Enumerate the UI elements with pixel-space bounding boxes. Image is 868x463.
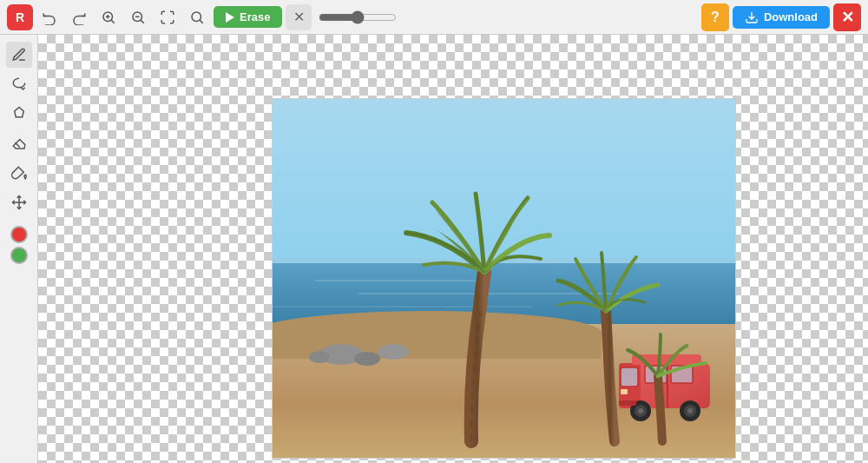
- logo-label: R: [16, 10, 24, 24]
- undo-button[interactable]: [36, 4, 62, 30]
- redo-button[interactable]: [66, 4, 92, 30]
- download-button[interactable]: Download: [733, 6, 830, 29]
- cancel-button[interactable]: ✕: [286, 4, 312, 30]
- svg-marker-10: [14, 108, 23, 117]
- svg-point-7: [192, 12, 201, 22]
- zoom-fit-button[interactable]: [155, 4, 181, 30]
- close-icon: ✕: [841, 8, 854, 27]
- svg-point-23: [354, 352, 380, 366]
- erase-button[interactable]: Erase: [214, 6, 282, 28]
- svg-point-24: [309, 351, 330, 363]
- brush-size-slider[interactable]: [319, 10, 397, 24]
- lasso-tool-button[interactable]: [6, 71, 32, 97]
- toolbar-left: [0, 35, 38, 463]
- play-icon: [226, 12, 234, 23]
- svg-line-8: [200, 20, 202, 23]
- svg-line-3: [111, 20, 114, 23]
- svg-rect-40: [621, 389, 628, 394]
- help-icon: ?: [711, 10, 720, 25]
- svg-line-6: [141, 20, 143, 23]
- toolbar-top: R: [0, 0, 868, 35]
- logo-button[interactable]: R: [7, 4, 33, 30]
- brush-size-slider-container: [319, 10, 397, 24]
- color-red-button[interactable]: [10, 226, 28, 243]
- svg-point-25: [378, 344, 409, 360]
- zoom-in-button[interactable]: [95, 4, 122, 30]
- svg-rect-39: [619, 400, 636, 406]
- close-button[interactable]: ✕: [833, 3, 861, 31]
- svg-point-38: [687, 408, 693, 413]
- move-tool-button[interactable]: [6, 189, 32, 215]
- help-button[interactable]: ?: [701, 3, 729, 31]
- color-green-button[interactable]: [10, 247, 28, 264]
- download-label: Download: [764, 10, 818, 23]
- svg-rect-29: [621, 367, 638, 387]
- erase-label: Erase: [240, 10, 270, 23]
- zoom-out-button[interactable]: [125, 4, 151, 30]
- pencil-tool-button[interactable]: [6, 42, 32, 68]
- download-icon: [745, 10, 759, 24]
- image-canvas[interactable]: [272, 98, 736, 459]
- beach-scene-svg: [272, 98, 736, 459]
- polygon-tool-button[interactable]: [6, 101, 32, 127]
- canvas-area[interactable]: [38, 35, 868, 463]
- zoom-100-button[interactable]: [184, 4, 210, 30]
- svg-point-35: [638, 408, 643, 413]
- eraser-tool-button[interactable]: [6, 130, 32, 156]
- bucket-tool-button[interactable]: [6, 160, 32, 186]
- cancel-icon: ✕: [293, 9, 305, 25]
